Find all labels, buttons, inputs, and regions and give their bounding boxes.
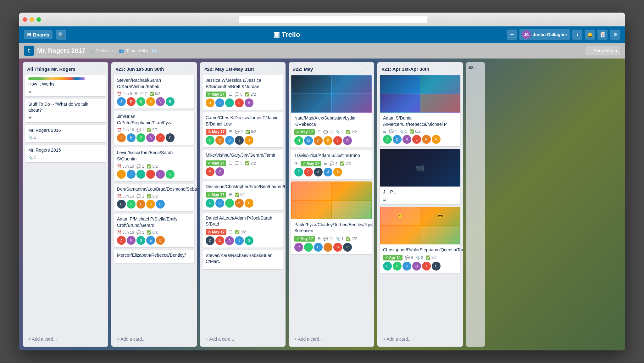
card-title: Daniel A/Leah/Adam P/Joel/Sarah S/Brad: [206, 215, 280, 227]
card-meta: 📎 1: [28, 135, 103, 140]
card-mr-rogers-2015[interactable]: Mr. Rogers 2015 📎 1: [25, 145, 106, 162]
card-don-samantha[interactable]: Don/Samantha/Lou/Brad/Desmond/Sebastian …: [114, 184, 194, 211]
card-jessica-w[interactable]: Jessica W/Jessica L/Jessica B/Samantha/B…: [203, 75, 283, 110]
url-bar[interactable]: [239, 16, 427, 23]
card-jim-brian[interactable]: Jim/Brian C/Pete/Stephanie/Fran/Fyza ⏰ J…: [114, 111, 194, 145]
add-card-button[interactable]: + Add a card...: [25, 334, 106, 344]
avatar: S: [127, 200, 136, 209]
avatar: J: [235, 136, 244, 145]
card-travis-erica[interactable]: Travis/Erica/Adam S/Justin/Bruno 👁 ✓ May…: [291, 150, 372, 179]
list-header: #22: May 1st-May 31st ···: [200, 62, 286, 75]
board-header: t Mr. Rogers 2017 🏢 Trello Inc | 👥 Team …: [19, 43, 625, 59]
date-value: Jun 9: [123, 92, 132, 96]
avatar: T: [294, 168, 303, 176]
card-how-it-works[interactable]: How It Works ☰: [25, 75, 106, 96]
list-6-partial: #2...: [466, 62, 485, 347]
avatar: B: [156, 236, 165, 245]
avatar: S: [245, 236, 253, 245]
minimize-button[interactable]: [30, 17, 34, 22]
card-levin-issac[interactable]: Levin/Issac/Tom/Erica/Sarah S/Quentin ⏰ …: [114, 147, 194, 181]
card-title: Jessica W/Jessica L/Jessica B/Samantha/B…: [206, 77, 280, 90]
maximize-button[interactable]: [36, 17, 41, 22]
card-carrie-chris[interactable]: Carrie/Chris K/Denise/Jamie C/Jamie B/Da…: [203, 112, 283, 147]
avatar: A: [314, 168, 323, 176]
color-bar: [28, 77, 85, 80]
boards-label: Boards: [33, 32, 49, 37]
card-adam-michael[interactable]: Adam P/Michael P/Stella/Emily Croft/Brun…: [114, 214, 194, 247]
card-title: Nate/Max/Alex/Sebastian/Lydia K/Rebecca: [294, 115, 369, 127]
card-pablo-fyza[interactable]: Pablo/Fyza/Charley/Torben/Bentley/Ryan S…: [291, 182, 372, 254]
card-title: Desmond/Christopher/Fran/Ben/Lauren/Levi…: [206, 184, 280, 190]
avatar: B: [333, 168, 342, 176]
avatar: J: [225, 98, 234, 107]
list-menu-button[interactable]: ···: [363, 65, 370, 72]
add-card-button[interactable]: + Add a card...: [203, 334, 283, 344]
card-avatars: J J J S B: [206, 98, 280, 107]
comment-icon: 💬: [136, 164, 141, 169]
checklist-icon: ☑: [140, 92, 144, 96]
card-christopher-pablo[interactable]: 😊 😎 Christopher/Pablo/Stephanie/Quentin/…: [380, 207, 460, 273]
desc-meta: ☰: [383, 197, 386, 202]
card-image: 📹: [380, 149, 460, 187]
list-header: #21: Apr 1st-Apr 30th ···: [377, 62, 463, 75]
search-button[interactable]: 🔍: [56, 30, 66, 40]
card-meta: ✓ May 17 ☰ 💬 5 ✅ 2/2: [206, 160, 280, 166]
add-card-button[interactable]: + Add a card...: [114, 334, 194, 344]
check-progress: 2/2: [352, 237, 357, 241]
card-steven-kara[interactable]: Steven/Kara/Rachael/Babak/Brian C/Marc: [203, 250, 283, 269]
search-icon: 🔍: [58, 32, 64, 38]
add-button[interactable]: +: [507, 30, 517, 40]
avatar: M: [206, 167, 214, 176]
card-meta: ✓ Apr 14 💬 9 📎 2 ✅ 2/2: [383, 255, 457, 260]
show-menu-button[interactable]: ··· Show Menu: [586, 46, 620, 55]
card-desmond[interactable]: Desmond/Christopher/Fran/Ben/Lauren/Levi…: [203, 181, 283, 210]
card-title: Travis/Erica/Adam S/Justin/Bruno: [294, 153, 369, 159]
card-avatars: J B P S F F: [117, 133, 191, 142]
card-mercer-elizabeth[interactable]: Mercer/Elizabeth/Rebecca/Bentley/: [114, 250, 194, 263]
avatar: T: [422, 262, 431, 271]
avatar: L: [333, 136, 342, 145]
card-stuff-to-do[interactable]: Stuff To Do -- "What do we talk about?" …: [25, 99, 106, 122]
card-avatars: A M S E B: [117, 236, 191, 245]
avatar: F: [166, 133, 175, 142]
info-button[interactable]: ℹ: [572, 30, 582, 40]
check-progress: 0/2: [240, 193, 246, 197]
card-nate-max[interactable]: Nate/Max/Alex/Sebastian/Lydia K/Rebecca …: [291, 75, 372, 148]
add-card-button[interactable]: + Add a card...: [380, 334, 460, 344]
avatar: L: [136, 200, 145, 209]
desc-meta: ☰: [383, 129, 386, 134]
avatar: S: [402, 262, 411, 271]
list-menu-button[interactable]: ···: [275, 65, 281, 72]
list-menu-button[interactable]: ···: [97, 65, 104, 72]
card-title: Mercer/Elizabeth/Rebecca/Bentley/: [117, 252, 191, 259]
comment-meta: 💬 11: [323, 237, 333, 241]
desc-meta: ☰: [324, 161, 327, 166]
card-adam-daniel[interactable]: Adam S/Daniel A/Mercer/Liz/Rebecca/Micha…: [380, 75, 460, 146]
check-progress: 2/2: [431, 255, 437, 260]
card-steven-rachael[interactable]: Steven/Rachael/Sarah O/Kara/Vishnu/Babak…: [114, 75, 194, 109]
avatar: S: [136, 236, 145, 245]
attach-count: 1: [341, 237, 344, 241]
card-title: Mike/Vishnu/Gary/Jim/Gerard/Tamir: [206, 152, 280, 159]
avatar: M: [432, 135, 441, 144]
card-avatars: M V: [206, 167, 280, 176]
notifications-button[interactable]: 🔔: [585, 30, 595, 40]
comment-icon: 💬: [136, 128, 141, 132]
card-j-p[interactable]: 📹 J... P... ☰: [380, 149, 460, 204]
info-icon: ℹ: [576, 32, 578, 37]
card-daniel-leah[interactable]: Daniel A/Leah/Adam P/Joel/Sarah S/Brad ⚠…: [203, 213, 283, 248]
close-button[interactable]: [23, 17, 27, 22]
card-meta: ⚠ May 17 ☰ 💬 2 ✅ 0/2: [206, 129, 280, 135]
card-back-button[interactable]: 🃏: [597, 30, 608, 40]
add-card-button[interactable]: + Add a card...: [291, 334, 372, 344]
boards-button[interactable]: ⊞ Boards: [24, 30, 53, 39]
card-mr-rogers-2016[interactable]: Mr. Rogers 2016 📎 1: [25, 125, 106, 142]
avatar: K: [146, 97, 155, 106]
card-meta: ⏰ Jun 9 ☰ ☑ 7 ✅ 0/2: [117, 92, 191, 96]
card-mike-vishnu[interactable]: Mike/Vishnu/Gary/Jim/Gerard/Tamir ✓ May …: [203, 150, 283, 179]
user-button[interactable]: JG Justin Gallagher: [519, 29, 570, 40]
list-menu-button[interactable]: ···: [186, 65, 192, 72]
settings-button[interactable]: ⚙: [610, 30, 620, 40]
check-icon: ✅: [245, 92, 250, 97]
list-menu-button[interactable]: ···: [452, 65, 458, 72]
